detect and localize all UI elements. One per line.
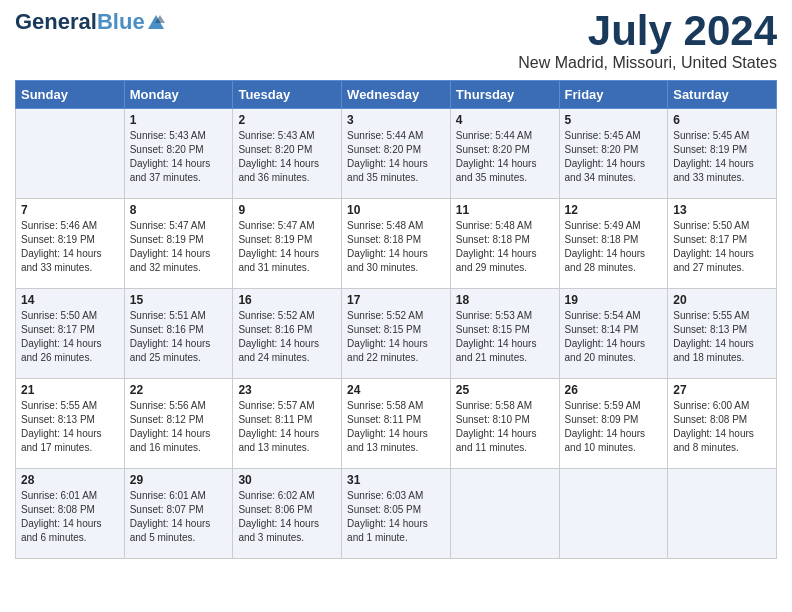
day-number: 27	[673, 383, 771, 397]
day-info: Sunrise: 5:56 AM Sunset: 8:12 PM Dayligh…	[130, 399, 228, 455]
day-number: 25	[456, 383, 554, 397]
day-number: 12	[565, 203, 663, 217]
day-number: 3	[347, 113, 445, 127]
column-header-sunday: Sunday	[16, 81, 125, 109]
day-number: 15	[130, 293, 228, 307]
day-number: 7	[21, 203, 119, 217]
title-area: July 2024 New Madrid, Missouri, United S…	[518, 10, 777, 72]
calendar-cell: 28Sunrise: 6:01 AM Sunset: 8:08 PM Dayli…	[16, 469, 125, 559]
calendar-cell: 17Sunrise: 5:52 AM Sunset: 8:15 PM Dayli…	[342, 289, 451, 379]
day-info: Sunrise: 6:00 AM Sunset: 8:08 PM Dayligh…	[673, 399, 771, 455]
calendar-table: SundayMondayTuesdayWednesdayThursdayFrid…	[15, 80, 777, 559]
day-number: 8	[130, 203, 228, 217]
calendar-cell: 29Sunrise: 6:01 AM Sunset: 8:07 PM Dayli…	[124, 469, 233, 559]
day-info: Sunrise: 5:43 AM Sunset: 8:20 PM Dayligh…	[238, 129, 336, 185]
day-number: 14	[21, 293, 119, 307]
calendar-cell: 13Sunrise: 5:50 AM Sunset: 8:17 PM Dayli…	[668, 199, 777, 289]
day-number: 29	[130, 473, 228, 487]
day-info: Sunrise: 6:03 AM Sunset: 8:05 PM Dayligh…	[347, 489, 445, 545]
day-info: Sunrise: 5:58 AM Sunset: 8:10 PM Dayligh…	[456, 399, 554, 455]
calendar-header-row: SundayMondayTuesdayWednesdayThursdayFrid…	[16, 81, 777, 109]
logo-text: GeneralBlue	[15, 10, 145, 34]
day-number: 23	[238, 383, 336, 397]
day-number: 28	[21, 473, 119, 487]
day-number: 31	[347, 473, 445, 487]
calendar-cell: 16Sunrise: 5:52 AM Sunset: 8:16 PM Dayli…	[233, 289, 342, 379]
calendar-cell: 14Sunrise: 5:50 AM Sunset: 8:17 PM Dayli…	[16, 289, 125, 379]
day-number: 5	[565, 113, 663, 127]
calendar-cell: 8Sunrise: 5:47 AM Sunset: 8:19 PM Daylig…	[124, 199, 233, 289]
day-info: Sunrise: 5:59 AM Sunset: 8:09 PM Dayligh…	[565, 399, 663, 455]
day-info: Sunrise: 5:53 AM Sunset: 8:15 PM Dayligh…	[456, 309, 554, 365]
calendar-cell: 9Sunrise: 5:47 AM Sunset: 8:19 PM Daylig…	[233, 199, 342, 289]
day-number: 6	[673, 113, 771, 127]
day-number: 9	[238, 203, 336, 217]
calendar-week-row: 28Sunrise: 6:01 AM Sunset: 8:08 PM Dayli…	[16, 469, 777, 559]
day-info: Sunrise: 5:45 AM Sunset: 8:20 PM Dayligh…	[565, 129, 663, 185]
logo: GeneralBlue	[15, 10, 165, 34]
day-info: Sunrise: 5:46 AM Sunset: 8:19 PM Dayligh…	[21, 219, 119, 275]
day-number: 26	[565, 383, 663, 397]
day-info: Sunrise: 5:43 AM Sunset: 8:20 PM Dayligh…	[130, 129, 228, 185]
calendar-cell: 11Sunrise: 5:48 AM Sunset: 8:18 PM Dayli…	[450, 199, 559, 289]
calendar-cell: 30Sunrise: 6:02 AM Sunset: 8:06 PM Dayli…	[233, 469, 342, 559]
day-number: 13	[673, 203, 771, 217]
calendar-cell: 10Sunrise: 5:48 AM Sunset: 8:18 PM Dayli…	[342, 199, 451, 289]
day-number: 21	[21, 383, 119, 397]
column-header-monday: Monday	[124, 81, 233, 109]
day-info: Sunrise: 5:47 AM Sunset: 8:19 PM Dayligh…	[238, 219, 336, 275]
day-number: 18	[456, 293, 554, 307]
day-info: Sunrise: 5:51 AM Sunset: 8:16 PM Dayligh…	[130, 309, 228, 365]
day-number: 17	[347, 293, 445, 307]
day-info: Sunrise: 5:47 AM Sunset: 8:19 PM Dayligh…	[130, 219, 228, 275]
day-info: Sunrise: 5:44 AM Sunset: 8:20 PM Dayligh…	[347, 129, 445, 185]
calendar-cell: 3Sunrise: 5:44 AM Sunset: 8:20 PM Daylig…	[342, 109, 451, 199]
calendar-cell: 24Sunrise: 5:58 AM Sunset: 8:11 PM Dayli…	[342, 379, 451, 469]
calendar-cell: 21Sunrise: 5:55 AM Sunset: 8:13 PM Dayli…	[16, 379, 125, 469]
calendar-week-row: 1Sunrise: 5:43 AM Sunset: 8:20 PM Daylig…	[16, 109, 777, 199]
day-info: Sunrise: 5:50 AM Sunset: 8:17 PM Dayligh…	[673, 219, 771, 275]
calendar-cell: 18Sunrise: 5:53 AM Sunset: 8:15 PM Dayli…	[450, 289, 559, 379]
day-number: 22	[130, 383, 228, 397]
day-info: Sunrise: 5:52 AM Sunset: 8:15 PM Dayligh…	[347, 309, 445, 365]
day-info: Sunrise: 5:44 AM Sunset: 8:20 PM Dayligh…	[456, 129, 554, 185]
calendar-cell: 27Sunrise: 6:00 AM Sunset: 8:08 PM Dayli…	[668, 379, 777, 469]
calendar-cell: 4Sunrise: 5:44 AM Sunset: 8:20 PM Daylig…	[450, 109, 559, 199]
logo-icon	[147, 13, 165, 31]
day-number: 16	[238, 293, 336, 307]
day-number: 2	[238, 113, 336, 127]
month-title: July 2024	[518, 10, 777, 52]
day-info: Sunrise: 5:58 AM Sunset: 8:11 PM Dayligh…	[347, 399, 445, 455]
calendar-cell: 31Sunrise: 6:03 AM Sunset: 8:05 PM Dayli…	[342, 469, 451, 559]
column-header-thursday: Thursday	[450, 81, 559, 109]
day-info: Sunrise: 5:55 AM Sunset: 8:13 PM Dayligh…	[673, 309, 771, 365]
calendar-cell: 12Sunrise: 5:49 AM Sunset: 8:18 PM Dayli…	[559, 199, 668, 289]
calendar-cell: 5Sunrise: 5:45 AM Sunset: 8:20 PM Daylig…	[559, 109, 668, 199]
day-number: 24	[347, 383, 445, 397]
day-number: 4	[456, 113, 554, 127]
day-number: 11	[456, 203, 554, 217]
day-info: Sunrise: 6:01 AM Sunset: 8:07 PM Dayligh…	[130, 489, 228, 545]
page-header: GeneralBlue July 2024 New Madrid, Missou…	[15, 10, 777, 72]
calendar-cell: 26Sunrise: 5:59 AM Sunset: 8:09 PM Dayli…	[559, 379, 668, 469]
day-info: Sunrise: 5:57 AM Sunset: 8:11 PM Dayligh…	[238, 399, 336, 455]
calendar-cell: 22Sunrise: 5:56 AM Sunset: 8:12 PM Dayli…	[124, 379, 233, 469]
day-number: 30	[238, 473, 336, 487]
calendar-cell: 7Sunrise: 5:46 AM Sunset: 8:19 PM Daylig…	[16, 199, 125, 289]
day-number: 20	[673, 293, 771, 307]
calendar-cell: 1Sunrise: 5:43 AM Sunset: 8:20 PM Daylig…	[124, 109, 233, 199]
day-info: Sunrise: 5:45 AM Sunset: 8:19 PM Dayligh…	[673, 129, 771, 185]
column-header-tuesday: Tuesday	[233, 81, 342, 109]
day-info: Sunrise: 5:55 AM Sunset: 8:13 PM Dayligh…	[21, 399, 119, 455]
day-number: 19	[565, 293, 663, 307]
column-header-friday: Friday	[559, 81, 668, 109]
day-info: Sunrise: 5:52 AM Sunset: 8:16 PM Dayligh…	[238, 309, 336, 365]
day-info: Sunrise: 6:02 AM Sunset: 8:06 PM Dayligh…	[238, 489, 336, 545]
day-info: Sunrise: 5:54 AM Sunset: 8:14 PM Dayligh…	[565, 309, 663, 365]
day-info: Sunrise: 6:01 AM Sunset: 8:08 PM Dayligh…	[21, 489, 119, 545]
location-title: New Madrid, Missouri, United States	[518, 54, 777, 72]
calendar-cell: 6Sunrise: 5:45 AM Sunset: 8:19 PM Daylig…	[668, 109, 777, 199]
calendar-cell: 19Sunrise: 5:54 AM Sunset: 8:14 PM Dayli…	[559, 289, 668, 379]
day-info: Sunrise: 5:50 AM Sunset: 8:17 PM Dayligh…	[21, 309, 119, 365]
day-number: 1	[130, 113, 228, 127]
